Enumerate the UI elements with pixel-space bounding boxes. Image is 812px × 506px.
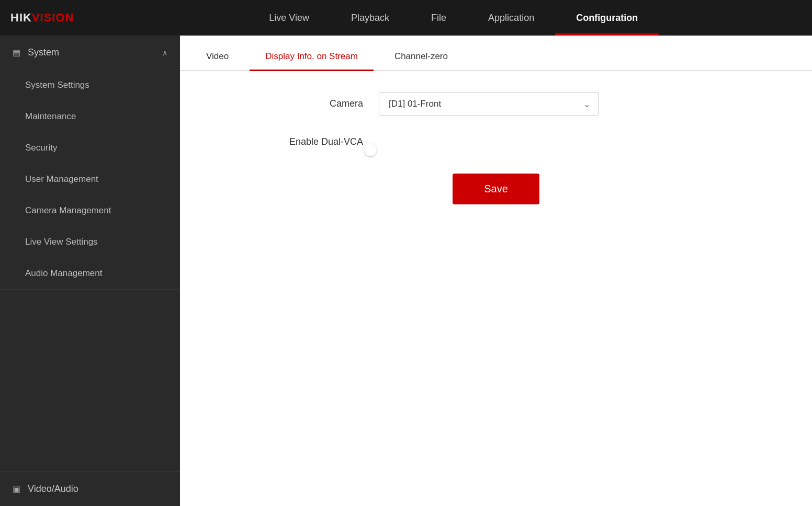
dual-vca-label: Enable Dual-VCA: [211, 136, 379, 147]
chevron-up-icon: ∧: [162, 49, 167, 57]
sidebar-item-video-audio[interactable]: ▣ Video/Audio: [0, 472, 180, 506]
save-button[interactable]: Save: [453, 174, 539, 204]
tabs: Video Display Info. on Stream Channel-ze…: [180, 36, 812, 71]
content-area: Video Display Info. on Stream Channel-ze…: [180, 36, 812, 506]
tab-channel-zero[interactable]: Channel-zero: [379, 43, 464, 70]
tab-video[interactable]: Video: [190, 43, 244, 70]
nav-live-view[interactable]: Live View: [248, 0, 330, 36]
form-content: Camera [D1] 01-Front [D2] 02-Back [D3] 0…: [180, 71, 812, 506]
logo-hik: HIK: [10, 11, 32, 24]
sidebar-item-live-view-settings[interactable]: Live View Settings: [0, 226, 180, 258]
sidebar-section-system: ▤ System ∧ System Settings Maintenance S…: [0, 36, 180, 290]
sidebar-section-system-title: ▤ System: [13, 47, 59, 58]
sidebar-item-audio-management[interactable]: Audio Management: [0, 258, 180, 289]
save-row: Save: [211, 168, 781, 204]
sidebar-section-system-label: System: [28, 47, 59, 58]
nav-items: Live View Playback File Application Conf…: [105, 0, 802, 36]
nav-playback[interactable]: Playback: [330, 0, 410, 36]
nav-file[interactable]: File: [410, 0, 467, 36]
sidebar-item-camera-management[interactable]: Camera Management: [0, 195, 180, 226]
nav-configuration[interactable]: Configuration: [555, 0, 659, 36]
dual-vca-row: Enable Dual-VCA: [211, 136, 781, 147]
camera-select-wrapper: [D1] 01-Front [D2] 02-Back [D3] 03-Side …: [379, 92, 599, 116]
system-icon: ▤: [13, 48, 20, 58]
main-layout: ▤ System ∧ System Settings Maintenance S…: [0, 36, 812, 506]
sidebar-section-system-header[interactable]: ▤ System ∧: [0, 36, 180, 70]
logo: HIKVISION: [10, 11, 74, 25]
sidebar-item-security[interactable]: Security: [0, 132, 180, 164]
sidebar-item-user-management[interactable]: User Management: [0, 164, 180, 195]
video-audio-icon: ▣: [13, 484, 20, 494]
camera-control: [D1] 01-Front [D2] 02-Back [D3] 03-Side …: [379, 92, 640, 116]
camera-select[interactable]: [D1] 01-Front [D2] 02-Back [D3] 03-Side …: [379, 92, 599, 116]
sidebar-bottom-label: Video/Audio: [28, 484, 78, 494]
sidebar-item-system-settings[interactable]: System Settings: [0, 70, 180, 101]
camera-label: Camera: [211, 98, 379, 109]
nav-application[interactable]: Application: [467, 0, 555, 36]
tab-display-info[interactable]: Display Info. on Stream: [250, 43, 374, 70]
sidebar-content: ▤ System ∧ System Settings Maintenance S…: [0, 36, 180, 506]
camera-row: Camera [D1] 01-Front [D2] 02-Back [D3] 0…: [211, 92, 781, 116]
sidebar: ▤ System ∧ System Settings Maintenance S…: [0, 36, 180, 506]
sidebar-item-maintenance[interactable]: Maintenance: [0, 101, 180, 132]
logo-vision: VISION: [32, 11, 74, 24]
top-navigation: HIKVISION Live View Playback File Applic…: [0, 0, 812, 36]
